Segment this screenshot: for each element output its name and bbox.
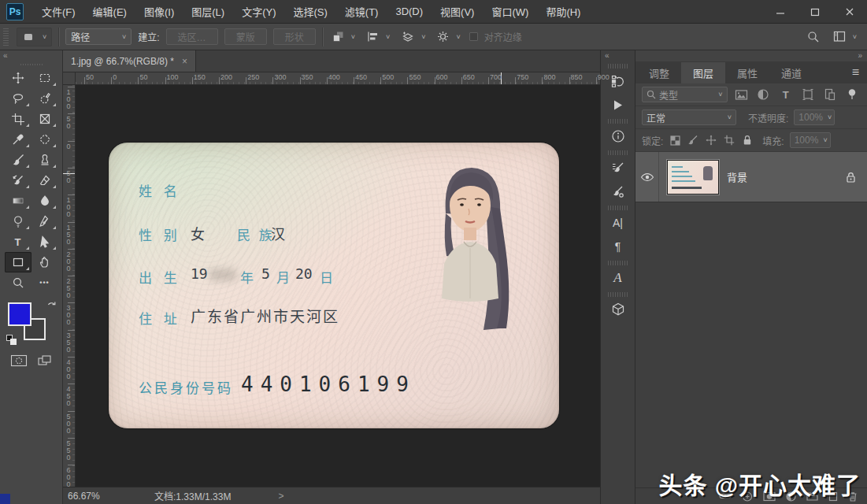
blur-tool[interactable] <box>31 191 58 211</box>
rectangle-tool[interactable] <box>5 252 31 272</box>
tab-adjustments[interactable]: 调整 <box>637 62 681 83</box>
collapse-dock-button[interactable]: « <box>601 50 635 61</box>
swap-colors-icon[interactable] <box>46 301 57 311</box>
zoom-level-field[interactable]: 66.67% <box>68 491 137 502</box>
brush-panel-icon[interactable] <box>605 156 632 180</box>
brush-presets-panel-icon[interactable] <box>605 180 632 203</box>
dock-grip[interactable] <box>608 64 628 69</box>
make-shape-button[interactable]: 形状 <box>273 28 316 45</box>
character-panel-icon[interactable]: A| <box>605 211 632 235</box>
current-tool-preset[interactable]: ˅ <box>17 28 52 46</box>
quick-mask-button[interactable] <box>10 354 28 367</box>
menu-window[interactable]: 窗口(W) <box>483 0 537 23</box>
menu-layer[interactable]: 图层(L) <box>183 0 233 23</box>
document-tab[interactable]: 1.jpg @ 66.7%(RGB/8) * × <box>63 50 196 72</box>
3d-panel-icon[interactable] <box>605 298 632 321</box>
history-brush-tool[interactable] <box>5 170 31 191</box>
tab-properties[interactable]: 属性 <box>725 62 769 83</box>
filter-adjustment-layers-icon[interactable] <box>755 88 772 101</box>
dock-grip[interactable] <box>608 261 628 265</box>
screen-mode-button[interactable] <box>37 354 53 367</box>
lock-all-icon[interactable] <box>741 135 754 146</box>
make-mask-button[interactable]: 蒙版 <box>224 28 267 45</box>
minimize-button[interactable] <box>763 0 798 24</box>
actions-panel-icon[interactable] <box>605 93 632 117</box>
menu-3d[interactable]: 3D(D) <box>387 2 432 21</box>
dock-grip[interactable] <box>608 119 628 124</box>
collapse-panels-button[interactable]: » <box>635 50 867 61</box>
filter-shape-layers-icon[interactable] <box>799 88 816 101</box>
workspace-switcher[interactable]: ˅ <box>831 29 859 44</box>
character-styles-panel-icon[interactable]: A <box>605 266 632 290</box>
menu-view[interactable]: 视图(V) <box>432 0 483 23</box>
opacity-field[interactable]: 100% ˅ <box>794 109 835 125</box>
filter-smart-objects-icon[interactable] <box>821 88 838 101</box>
gradient-tool[interactable] <box>5 191 31 211</box>
layer-list[interactable]: 背景 <box>635 152 867 487</box>
menu-file[interactable]: 文件(F) <box>33 0 84 23</box>
ruler-origin[interactable] <box>63 72 76 85</box>
zoom-tool[interactable] <box>5 272 31 293</box>
info-panel-icon[interactable] <box>605 124 632 148</box>
pen-tool[interactable] <box>31 211 58 232</box>
collapse-tools-button[interactable]: « <box>0 50 62 61</box>
eyedropper-tool[interactable] <box>5 129 31 150</box>
quick-selection-tool[interactable] <box>31 88 58 109</box>
dock-grip[interactable] <box>608 292 628 297</box>
menu-image[interactable]: 图像(I) <box>135 0 183 23</box>
layer-visibility-toggle[interactable] <box>635 152 659 202</box>
vertical-ruler[interactable]: 1005005010015020025030035040045050055060… <box>63 85 76 487</box>
path-alignment-button[interactable]: ˅ <box>364 28 392 45</box>
horizontal-ruler[interactable]: 5005010015020025030035040045050055060065… <box>76 72 600 85</box>
blend-mode-select[interactable]: 正常 ˅ <box>642 109 736 125</box>
filter-pixel-layers-icon[interactable] <box>733 89 750 101</box>
fill-field[interactable]: 100% ˅ <box>790 132 831 148</box>
slice-tool[interactable] <box>31 109 58 129</box>
layer-name[interactable]: 背景 <box>727 169 846 184</box>
paragraph-panel-icon[interactable]: ¶ <box>605 235 632 258</box>
lock-image-pixels-icon[interactable] <box>687 135 699 146</box>
make-selection-button[interactable]: 选区… <box>166 28 218 45</box>
eraser-tool[interactable] <box>31 170 58 191</box>
hand-tool[interactable] <box>31 252 58 272</box>
tab-close-icon[interactable]: × <box>182 56 187 67</box>
filter-toggle-icon[interactable] <box>844 88 861 101</box>
maximize-button[interactable] <box>798 0 832 24</box>
status-menu-chevron[interactable]: > <box>278 491 283 502</box>
dock-grip[interactable] <box>608 150 628 155</box>
more-tools-button[interactable]: ••• <box>31 272 58 293</box>
menu-type[interactable]: 文字(Y) <box>233 0 284 23</box>
type-tool[interactable]: T <box>5 232 31 252</box>
canvas[interactable]: 姓 名 性 别 女 民 族 汉 出 生 19 年 5 月 20 日 住 址 <box>76 85 600 487</box>
layer-row-background[interactable]: 背景 <box>635 152 867 202</box>
path-arrangement-button[interactable]: ˅ <box>398 28 428 45</box>
filter-type-layers-icon[interactable]: T <box>777 89 794 101</box>
lasso-tool[interactable] <box>5 88 31 109</box>
layer-thumbnail[interactable] <box>667 160 719 195</box>
menu-edit[interactable]: 编辑(E) <box>84 0 135 23</box>
tool-mode-select[interactable]: 路径 ˅ <box>65 28 132 45</box>
move-tool[interactable] <box>5 68 31 88</box>
tab-channels[interactable]: 通道 <box>769 62 813 83</box>
marquee-tool[interactable] <box>31 68 58 88</box>
dock-grip[interactable] <box>608 206 628 210</box>
path-operations-button[interactable]: ˅ <box>329 28 358 45</box>
options-bar-grip[interactable] <box>3 28 9 46</box>
align-edges-checkbox[interactable] <box>469 32 478 41</box>
default-colors-icon[interactable] <box>6 335 17 345</box>
foreground-color-swatch[interactable] <box>8 302 31 326</box>
menu-select[interactable]: 选择(S) <box>284 0 335 23</box>
dodge-tool[interactable] <box>5 211 31 232</box>
tab-layers[interactable]: 图层 <box>681 62 725 83</box>
filter-type-select[interactable]: 类型 ˅ <box>642 87 728 102</box>
lock-artboard-icon[interactable] <box>723 135 735 146</box>
clone-stamp-tool[interactable] <box>31 150 58 170</box>
tools-grip[interactable] <box>0 61 62 68</box>
search-icon[interactable] <box>807 31 820 43</box>
close-button[interactable] <box>832 0 867 24</box>
panel-menu-icon[interactable]: ≡ <box>852 65 859 80</box>
path-selection-tool[interactable] <box>31 232 58 252</box>
menu-filter[interactable]: 滤镜(T) <box>336 0 387 23</box>
lock-position-icon[interactable] <box>705 135 717 146</box>
menu-help[interactable]: 帮助(H) <box>537 0 589 23</box>
